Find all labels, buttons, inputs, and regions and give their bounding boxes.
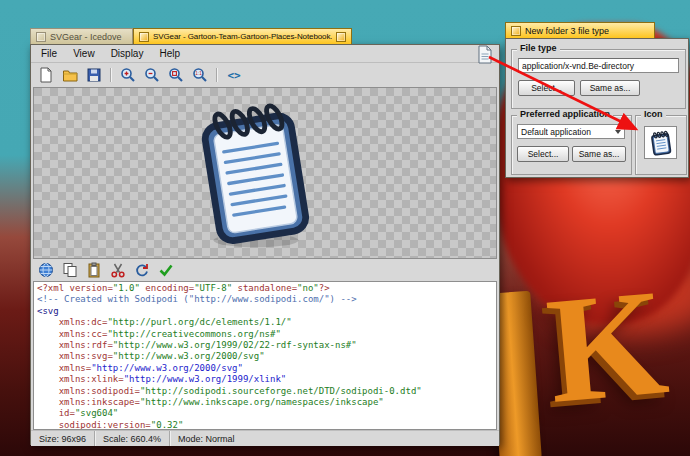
- menu-help[interactable]: Help: [151, 47, 188, 60]
- new-document-icon: [38, 67, 54, 83]
- cut-icon: [110, 262, 126, 278]
- toolbar-separator: [216, 68, 217, 82]
- globe-icon: [38, 262, 54, 278]
- status-mode: Mode: Normal: [170, 431, 243, 446]
- zoom-actual-size-icon: 1:1: [192, 67, 208, 83]
- xml-line: sodipodi:version="0.32": [37, 420, 493, 430]
- dialog-tab[interactable]: New folder 3 file type: [505, 22, 655, 38]
- validate-button[interactable]: [156, 261, 175, 280]
- svg-canvas[interactable]: [33, 87, 497, 259]
- icon-group: Icon: [635, 115, 687, 175]
- xml-line: xmlns:rdf="http://www.w3.org/1999/02/22-…: [37, 340, 493, 351]
- window-tab-title: SVGear - Gartoon-Team-Gartoon-Places-Not…: [153, 32, 332, 41]
- new-document-button[interactable]: [36, 66, 55, 85]
- filetype-dialog: File type Select... Same as... Preferred…: [505, 38, 689, 178]
- zoom-actual-size-button[interactable]: 1:1: [190, 66, 209, 85]
- cut-button[interactable]: [108, 261, 127, 280]
- close-icon[interactable]: [511, 26, 521, 36]
- xml-line: xmlns="http://www.w3.org/2000/svg": [37, 363, 493, 374]
- status-bar: Size: 96x96 Scale: 660.4% Mode: Normal: [31, 430, 499, 446]
- zoom-fit-button[interactable]: [166, 66, 185, 85]
- source-view-icon: <>: [226, 67, 242, 83]
- paste-button[interactable]: [84, 261, 103, 280]
- check-icon: [158, 262, 174, 278]
- background-artwork-letter: K: [542, 265, 673, 427]
- copy-icon: [62, 262, 78, 278]
- zoom-in-button[interactable]: [118, 66, 137, 85]
- preferred-app-select-button[interactable]: Select...: [517, 146, 569, 162]
- reload-icon: [134, 262, 150, 278]
- file-type-same-as-button[interactable]: Same as...: [580, 80, 640, 96]
- save-button[interactable]: [84, 66, 103, 85]
- web-preview-button[interactable]: [36, 261, 55, 280]
- xml-line: <svg: [37, 306, 493, 317]
- zoom-fit-icon: [168, 67, 184, 83]
- toolbar-separator: [110, 68, 111, 82]
- paste-icon: [86, 262, 102, 278]
- window-tab-icedove[interactable]: SVGear - Icedove: [30, 28, 133, 44]
- svg-text:<>: <>: [227, 69, 241, 82]
- svg-text:1:1: 1:1: [195, 71, 202, 76]
- zoom-in-icon: [120, 67, 136, 83]
- close-icon[interactable]: [139, 32, 149, 42]
- file-type-group-label: File type: [517, 43, 560, 53]
- source-view-button[interactable]: <>: [224, 66, 243, 85]
- xml-line: id="svg604": [37, 408, 493, 419]
- preferred-app-group: Preferred application Default applicatio…: [511, 115, 632, 175]
- menu-file[interactable]: File: [33, 47, 65, 60]
- open-button[interactable]: [60, 66, 79, 85]
- notebook-mini-icon: [649, 129, 673, 157]
- svgear-window: File View Display Help 1:1 <>: [30, 44, 500, 445]
- window-tab-title: SVGear - Icedove: [50, 32, 122, 42]
- xml-line: xmlns:cc="http://creativecommons.org/ns#…: [37, 329, 493, 340]
- file-type-group: File type Select... Same as...: [511, 49, 686, 109]
- xml-line: <!-- Created with Sodipodi ("http://www.…: [37, 294, 493, 305]
- file-type-select-button[interactable]: Select...: [518, 80, 575, 96]
- zoom-out-icon: [144, 67, 160, 83]
- icon-well[interactable]: [644, 126, 677, 159]
- chevron-down-icon: [615, 130, 621, 134]
- xml-line: xmlns:svg="http://www.w3.org/2000/svg": [37, 351, 493, 362]
- window-tab-notebook-svg[interactable]: SVGear - Gartoon-Team-Gartoon-Places-Not…: [133, 28, 352, 44]
- main-toolbar: 1:1 <>: [31, 63, 499, 87]
- copy-button[interactable]: [60, 261, 79, 280]
- close-icon[interactable]: [36, 32, 46, 42]
- menu-bar: File View Display Help: [31, 45, 499, 63]
- status-size: Size: 96x96: [31, 431, 95, 446]
- xml-source[interactable]: <?xml version="1.0" encoding="UTF-8" sta…: [33, 281, 497, 430]
- preferred-app-selected: Default application: [521, 127, 591, 137]
- menu-view[interactable]: View: [65, 47, 103, 60]
- edit-toolbar: [31, 259, 499, 281]
- file-type-input[interactable]: [518, 58, 679, 73]
- dragged-file-icon: [477, 45, 493, 64]
- xml-line: <?xml version="1.0" encoding="UTF-8" sta…: [37, 283, 493, 294]
- open-folder-icon: [62, 67, 78, 83]
- preferred-app-same-as-button[interactable]: Same as...: [572, 146, 626, 162]
- status-scale: Scale: 660.4%: [95, 431, 170, 446]
- zoom-out-button[interactable]: [142, 66, 161, 85]
- zoom-window-icon[interactable]: [336, 32, 346, 42]
- preferred-app-group-label: Preferred application: [517, 109, 613, 119]
- save-icon: [86, 67, 102, 83]
- xml-line: xmlns:sodipodi="http://sodipodi.sourcefo…: [37, 386, 493, 397]
- xml-line: xmlns:dc="http://purl.org/dc/elements/1.…: [37, 317, 493, 328]
- notebook-image: [192, 93, 318, 253]
- xml-line: xmlns:xlink="http://www.w3.org/1999/xlin…: [37, 374, 493, 385]
- menu-display[interactable]: Display: [103, 47, 152, 60]
- icon-group-label: Icon: [641, 109, 666, 119]
- reload-button[interactable]: [132, 261, 151, 280]
- dialog-title: New folder 3 file type: [525, 26, 609, 36]
- preferred-app-dropdown[interactable]: Default application: [517, 124, 625, 139]
- xml-line: xmlns:inkscape="http://www.inkscape.org/…: [37, 397, 493, 408]
